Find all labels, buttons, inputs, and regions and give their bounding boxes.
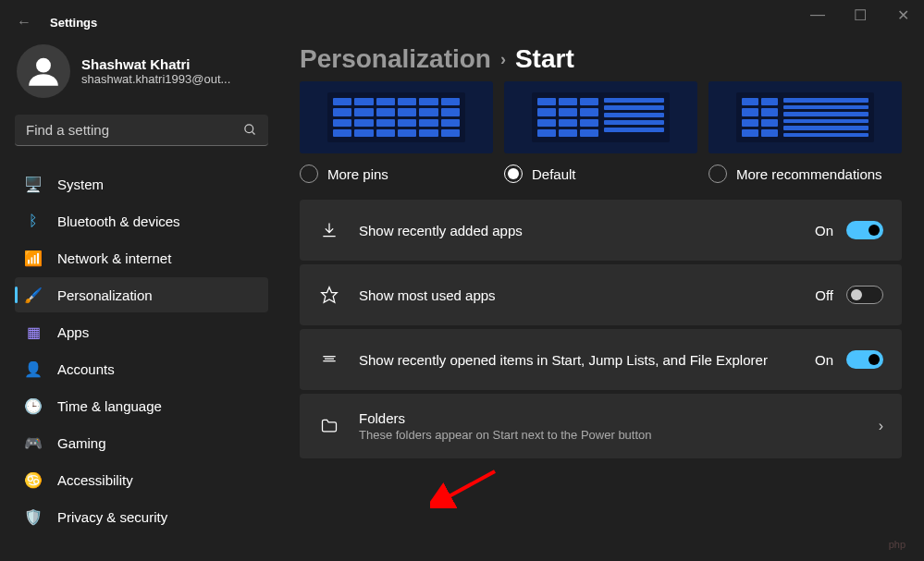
svg-point-0 [36,58,51,73]
profile-email: shashwat.khatri1993@out... [81,72,230,86]
radio-icon[interactable] [300,165,318,183]
nav-label: System [57,177,104,192]
sidebar-item-network-internet[interactable]: 📶Network & internet [15,240,268,275]
nav-label: Gaming [57,435,106,451]
radio-icon[interactable] [708,165,727,183]
sidebar-item-accounts[interactable]: 👤Accounts [15,351,268,386]
nav-label: Personalization [57,287,153,303]
folder-icon [318,417,340,435]
breadcrumb-parent[interactable]: Personalization [300,44,491,74]
nav-label: Accessibility [57,472,133,488]
nav-label: Bluetooth & devices [57,213,180,229]
sidebar-item-bluetooth-devices[interactable]: ᛒBluetooth & devices [15,203,268,238]
layout-option-default[interactable]: Default [504,81,697,183]
breadcrumb: Personalization › Start [300,44,902,74]
setting-title: Show recently opened items in Start, Jum… [359,352,815,368]
maximize-button[interactable]: ☐ [839,0,881,30]
toggle-value: On [815,223,833,238]
avatar [17,44,70,98]
nav-icon: 🕒 [24,396,43,415]
sidebar-item-apps[interactable]: ▦Apps [15,314,268,349]
nav-label: Accounts [57,361,115,377]
nav-icon: ᛒ [24,212,43,230]
setting-folders[interactable]: FoldersThese folders appear on Start nex… [300,394,902,458]
search-placeholder: Find a setting [26,122,243,138]
sidebar-item-system[interactable]: 🖥️System [15,166,268,201]
window-title: Settings [50,16,97,30]
nav-label: Time & language [57,398,162,414]
layout-label: More pins [327,166,388,182]
layout-label: Default [532,166,576,182]
setting-title: Show recently added apps [359,223,815,238]
nav-label: Network & internet [57,250,171,266]
layout-preview [708,81,902,153]
toggle-value: Off [815,287,833,303]
nav-icon: 🛡️ [24,507,43,526]
svg-line-2 [252,131,254,134]
setting-show-most-used-apps[interactable]: Show most used appsOff [300,264,902,325]
layout-label: More recommendations [736,166,882,182]
back-button[interactable]: ← [17,14,31,30]
layout-preview [300,81,493,153]
download-icon [318,221,340,239]
setting-show-recently-added-apps[interactable]: Show recently added appsOn [300,200,902,261]
search-icon [243,123,257,137]
layout-preview [504,81,697,153]
nav-label: Privacy & security [57,509,167,525]
nav-icon: 🎮 [24,433,43,452]
setting-title: Folders [359,410,869,426]
list-icon [318,350,340,369]
nav-icon: 📶 [24,249,43,267]
svg-point-1 [245,125,253,133]
setting-show-recently-opened-items-in-[interactable]: Show recently opened items in Start, Jum… [300,329,902,390]
chevron-right-icon: › [500,50,506,69]
nav-icon: 👤 [24,360,43,378]
close-button[interactable]: ✕ [881,0,924,30]
nav-icon: ♋ [24,470,43,489]
toggle-switch[interactable] [846,350,883,369]
nav-label: Apps [57,324,89,340]
watermark: php [889,539,906,550]
sidebar-item-privacy-security[interactable]: 🛡️Privacy & security [15,499,268,534]
breadcrumb-current: Start [515,44,574,74]
toggle-switch[interactable] [846,221,883,239]
radio-icon[interactable] [504,165,523,183]
minimize-button[interactable]: — [796,0,839,30]
toggle-switch[interactable] [846,286,883,304]
chevron-right-icon: › [879,418,883,434]
svg-marker-3 [322,287,338,303]
toggle-value: On [815,352,833,368]
nav-icon: 🖌️ [24,286,43,304]
sidebar-item-personalization[interactable]: 🖌️Personalization [15,277,268,312]
sidebar-item-accessibility[interactable]: ♋Accessibility [15,462,268,497]
nav-icon: 🖥️ [24,175,43,193]
sidebar-item-time-language[interactable]: 🕒Time & language [15,388,268,423]
profile-name: Shashwat Khatri [81,56,230,72]
search-input[interactable]: Find a setting [15,115,268,146]
layout-option-more-pins[interactable]: More pins [300,81,493,183]
setting-title: Show most used apps [359,287,815,303]
star-icon [318,286,340,304]
setting-subtitle: These folders appear on Start next to th… [359,428,869,442]
nav-icon: ▦ [24,323,43,341]
sidebar-item-gaming[interactable]: 🎮Gaming [15,425,268,460]
layout-option-more-recommendations[interactable]: More recommendations [708,81,902,183]
profile[interactable]: Shashwat Khatri shashwat.khatri1993@out.… [15,44,268,98]
